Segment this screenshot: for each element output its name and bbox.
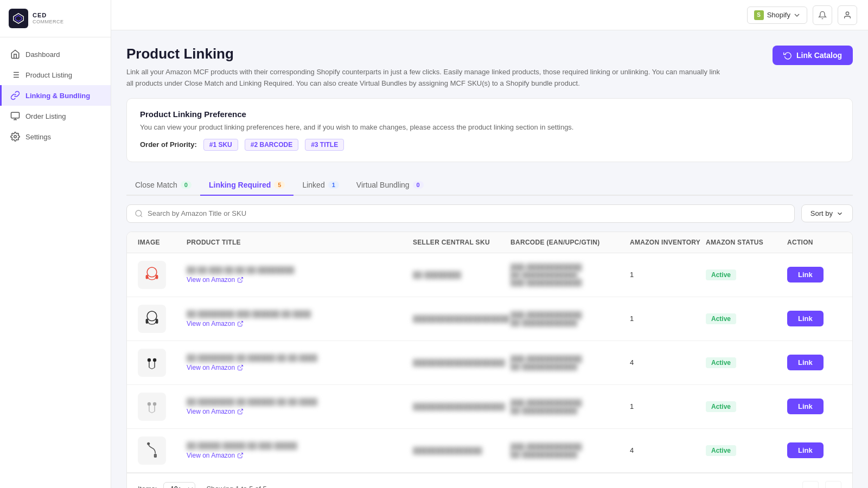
tab-close-match[interactable]: Close Match 0 <box>126 175 200 196</box>
user-icon <box>843 11 852 20</box>
app-wrapper: CED COMMERCE Dashboard <box>0 0 868 488</box>
action-2: Link <box>787 311 841 326</box>
logo-text: CED COMMERCE <box>33 12 64 25</box>
view-amazon-link-5[interactable]: View on Amazon <box>187 452 406 459</box>
cable-icon <box>142 440 162 461</box>
table-header: Image Product Title Seller Central SKU B… <box>127 232 852 253</box>
pagination-info: Showing 1 to 5 of 5 <box>206 485 266 488</box>
link-button-3[interactable]: Link <box>787 355 824 370</box>
view-amazon-link-3[interactable]: View on Amazon <box>187 364 406 371</box>
link-button-4[interactable]: Link <box>787 399 824 414</box>
tab-linking-required[interactable]: Linking Required 5 <box>200 175 293 196</box>
svg-point-13 <box>136 210 142 216</box>
sidebar-item-product-listing[interactable]: Product Listing <box>0 65 111 85</box>
tab-virtual-bundling[interactable]: Virtual Bundling 0 <box>348 175 432 196</box>
link-button-5[interactable]: Link <box>787 442 824 458</box>
svg-line-34 <box>149 411 152 413</box>
link-button-1[interactable]: Link <box>787 267 824 282</box>
table-row: ██ ████████ ██ ██████ ██ ██ ████ View on… <box>127 385 852 429</box>
svg-point-19 <box>147 311 157 321</box>
sidebar-item-dashboard[interactable]: Dashboard <box>0 44 111 65</box>
product-title-3: ██ ████████ ██ ██████ ██ ██ ████ View on… <box>187 354 413 371</box>
barcode-4: ███-████████████ ██-████████████ <box>510 399 630 414</box>
link-catalog-label: Link Catalog <box>796 51 842 60</box>
items-per-page-select[interactable]: 10+ 25 50 <box>163 482 195 488</box>
view-amazon-link-2[interactable]: View on Amazon <box>187 320 406 328</box>
col-image: Image <box>138 239 187 246</box>
view-amazon-label-1: View on Amazon <box>187 276 235 284</box>
product-image-5 <box>138 436 166 465</box>
view-amazon-label-4: View on Amazon <box>187 408 235 415</box>
col-sku: Seller Central SKU <box>413 239 510 246</box>
next-page-button[interactable]: › <box>825 481 841 488</box>
prev-page-button[interactable]: ‹ <box>802 481 819 488</box>
svg-line-36 <box>240 409 243 412</box>
product-name-5: ██ █████ █████ ██ ███ █████ <box>187 442 406 450</box>
action-4: Link <box>787 399 841 414</box>
svg-rect-8 <box>11 112 20 118</box>
notification-button[interactable] <box>813 5 832 25</box>
sidebar-item-dashboard-label: Dashboard <box>25 50 60 59</box>
external-link-icon <box>237 320 244 327</box>
svg-point-24 <box>153 358 156 361</box>
col-title: Product Title <box>187 239 413 246</box>
page-description: Link all your Amazon MCF products with t… <box>126 67 723 89</box>
tab-linked[interactable]: Linked 1 <box>293 175 347 196</box>
sidebar-item-order-listing-label: Order Listing <box>25 112 66 120</box>
items-label: Items: <box>138 485 157 488</box>
status-badge-4: Active <box>706 401 736 412</box>
list-icon <box>10 70 20 80</box>
search-input[interactable] <box>148 209 787 217</box>
shopify-btn[interactable]: S Shopify <box>747 7 807 24</box>
logo-box: CED COMMERCE <box>9 9 102 28</box>
sidebar-item-linking-bundling[interactable]: Linking & Bundling <box>0 85 111 106</box>
status-badge-3: Active <box>706 357 736 368</box>
product-table: Image Product Title Seller Central SKU B… <box>126 232 853 488</box>
svg-rect-21 <box>156 319 158 324</box>
svg-line-22 <box>240 321 243 324</box>
sort-button[interactable]: Sort by <box>801 204 853 222</box>
svg-point-37 <box>147 442 150 445</box>
sidebar-item-settings[interactable]: Settings <box>0 126 111 147</box>
status-badge-2: Active <box>706 313 736 324</box>
product-title-1: ██ ██ ███ ██ ██ ██ ████████ View on Amaz… <box>187 266 413 284</box>
svg-point-12 <box>846 12 848 15</box>
sort-label: Sort by <box>810 209 833 217</box>
shopify-label: Shopify <box>767 11 790 19</box>
view-amazon-link-1[interactable]: View on Amazon <box>187 276 406 284</box>
headphones-black-icon <box>142 309 162 329</box>
view-amazon-link-4[interactable]: View on Amazon <box>187 408 406 415</box>
priority-row: Order of Priority: #1 SKU #2 BARCODE #3 … <box>140 139 839 151</box>
bell-icon <box>818 11 827 20</box>
barcode-3: ███-████████████ ██-████████████ <box>510 355 630 370</box>
order-icon <box>10 111 20 121</box>
table-row: ██ █████ █████ ██ ███ █████ View on Amaz… <box>127 429 852 473</box>
svg-marker-0 <box>14 14 23 23</box>
link-catalog-button[interactable]: Link Catalog <box>773 46 853 65</box>
external-link-icon <box>237 408 244 415</box>
inventory-3: 4 <box>630 358 706 367</box>
external-link-icon <box>237 452 244 459</box>
headphones-red-icon <box>142 265 162 285</box>
tab-virtual-bundling-badge: 0 <box>413 181 424 189</box>
tab-close-match-badge: 0 <box>181 181 192 189</box>
svg-line-28 <box>152 367 155 369</box>
external-link-icon <box>237 277 244 283</box>
inventory-4: 1 <box>630 402 706 410</box>
product-name-1: ██ ██ ███ ██ ██ ██ ████████ <box>187 266 406 274</box>
link-button-2[interactable]: Link <box>787 311 824 326</box>
refresh-icon <box>783 51 792 60</box>
sku-5: ███████████████ <box>413 447 510 454</box>
sidebar-item-order-listing[interactable]: Order Listing <box>0 106 111 126</box>
page-header: Product Linking Link all your Amazon MCF… <box>126 46 853 89</box>
preference-description: You can view your product linking prefer… <box>140 123 839 131</box>
product-title-4: ██ ████████ ██ ██████ ██ ██ ████ View on… <box>187 398 413 415</box>
table-row: ██ ████████ ██ ██████ ██ ██ ████ View on… <box>127 341 852 385</box>
sidebar: CED COMMERCE Dashboard <box>0 0 111 488</box>
action-1: Link <box>787 267 841 282</box>
svg-rect-16 <box>146 275 148 279</box>
inventory-2: 1 <box>630 314 706 323</box>
user-button[interactable] <box>838 5 857 25</box>
shopify-icon: S <box>754 10 764 20</box>
status-1: Active <box>706 269 787 280</box>
